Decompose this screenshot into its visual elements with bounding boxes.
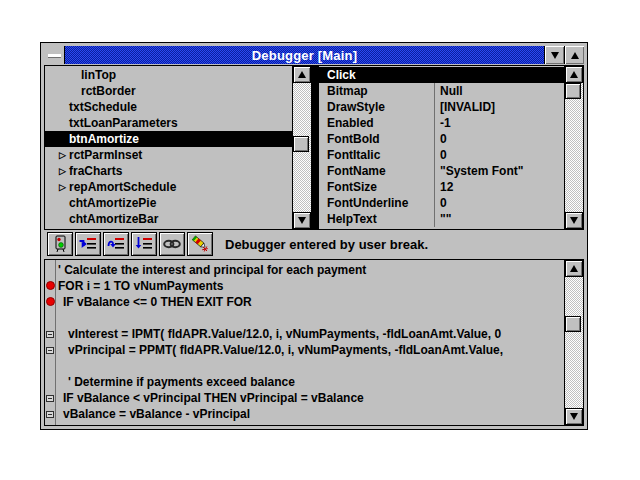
step-over-button[interactable] bbox=[103, 232, 129, 256]
break-pencil-icon bbox=[190, 235, 210, 253]
scroll-track[interactable] bbox=[565, 83, 583, 212]
statement-marker-icon[interactable] bbox=[46, 395, 54, 402]
property-row[interactable]: FontSize12 bbox=[319, 179, 564, 195]
code-line[interactable]: ' Calculate the interest and principal f… bbox=[45, 262, 564, 278]
title-bar: Debugger [Main] bbox=[44, 46, 584, 64]
minimize-button[interactable] bbox=[544, 46, 564, 64]
selected-event-row[interactable]: Click bbox=[319, 67, 564, 83]
down-arrow-icon bbox=[570, 413, 578, 420]
object-list-item[interactable]: txtSchedule bbox=[45, 99, 292, 115]
traffic-light-icon bbox=[50, 235, 70, 253]
object-list-item[interactable]: linTop bbox=[45, 67, 292, 83]
code-line-text: vPrincipal = PPMT( fldAPR.Value/12.0, i,… bbox=[68, 343, 503, 357]
object-list-item[interactable]: ▷fraCharts bbox=[45, 163, 292, 179]
statement-marker-icon[interactable] bbox=[46, 347, 54, 354]
code-line-text: ' Determine if payments exceed balance bbox=[68, 375, 295, 389]
object-list-item[interactable]: ▷repAmortSchedule bbox=[45, 179, 292, 195]
property-value: 12 bbox=[434, 179, 564, 195]
code-line[interactable]: ' Determine if payments exceed balance bbox=[45, 374, 564, 390]
code-line[interactable]: vPrincipal = PPMT( fldAPR.Value/12.0, i,… bbox=[45, 342, 564, 358]
property-row[interactable]: HelpText"" bbox=[319, 211, 564, 227]
up-arrow-icon bbox=[570, 71, 578, 78]
code-line-text: IF vBalance <= 0 THEN EXIT FOR bbox=[63, 295, 252, 309]
code-line[interactable]: IF vBalance <= 0 THEN EXIT FOR bbox=[45, 294, 564, 310]
property-name: FontItalic bbox=[319, 147, 434, 163]
object-list-item-label: fraCharts bbox=[69, 163, 122, 179]
property-value: Null bbox=[434, 83, 564, 99]
object-list-item-label: btnAmortize bbox=[69, 131, 139, 147]
statement-marker-icon[interactable] bbox=[46, 411, 54, 418]
object-list-pane: linToprctBordertxtScheduletxtLoanParamet… bbox=[44, 65, 312, 230]
property-name: FontSize bbox=[319, 179, 434, 195]
statement-marker-icon[interactable] bbox=[46, 331, 54, 338]
property-value: 0 bbox=[434, 147, 564, 163]
code-line[interactable]: vBalance = vBalance - vPrincipal bbox=[45, 406, 564, 422]
property-name: HelpText bbox=[319, 211, 434, 227]
object-list-scrollbar[interactable] bbox=[292, 66, 311, 229]
property-row[interactable]: Enabled-1 bbox=[319, 115, 564, 131]
code-line[interactable]: vInterest = IPMT( fldAPR.Value/12.0, i, … bbox=[45, 326, 564, 342]
code-line[interactable]: FOR i = 1 TO vNumPayments bbox=[45, 278, 564, 294]
title-area: Debugger [Main] bbox=[65, 46, 544, 64]
step-out-button[interactable] bbox=[131, 232, 157, 256]
expander-triangle-icon[interactable]: ▷ bbox=[59, 163, 69, 179]
scroll-track[interactable] bbox=[565, 277, 583, 408]
system-menu-button[interactable] bbox=[44, 46, 65, 64]
object-list-item[interactable]: txtLoanParameters bbox=[45, 115, 292, 131]
scroll-thumb[interactable] bbox=[565, 316, 581, 332]
system-menu-icon bbox=[48, 54, 61, 57]
property-name: Enabled bbox=[319, 115, 434, 131]
property-row[interactable]: FontItalic0 bbox=[319, 147, 564, 163]
top-panes: linToprctBordertxtScheduletxtLoanParamet… bbox=[44, 65, 584, 230]
maximize-button[interactable] bbox=[564, 46, 584, 64]
property-row[interactable]: FontUnderline0 bbox=[319, 195, 564, 211]
expander-triangle-icon[interactable]: ▷ bbox=[59, 179, 69, 195]
step-down-icon bbox=[134, 235, 154, 253]
scroll-down-button[interactable] bbox=[293, 212, 311, 229]
property-name: FontName bbox=[319, 163, 434, 179]
property-row[interactable]: FontBold0 bbox=[319, 131, 564, 147]
object-list-item[interactable]: chtAmortizePie bbox=[45, 195, 292, 211]
object-list-item[interactable]: ▷rctParmInset bbox=[45, 147, 292, 163]
scroll-up-button[interactable] bbox=[565, 260, 583, 277]
code-line-text: FOR i = 1 TO vNumPayments bbox=[58, 279, 224, 293]
chain-links-icon bbox=[162, 235, 182, 253]
step-into-button[interactable] bbox=[75, 232, 101, 256]
code-editor[interactable]: ' Calculate the interest and principal f… bbox=[45, 260, 564, 425]
down-arrow-icon bbox=[298, 217, 306, 224]
code-line-text: vInterest = IPMT( fldAPR.Value/12.0, i, … bbox=[68, 327, 501, 341]
links-button[interactable] bbox=[159, 232, 185, 256]
break-button[interactable] bbox=[187, 232, 213, 256]
property-value: 0 bbox=[434, 131, 564, 147]
scroll-up-button[interactable] bbox=[565, 66, 583, 83]
property-row[interactable]: BitmapNull bbox=[319, 83, 564, 99]
property-value: -1 bbox=[434, 115, 564, 131]
maximize-arrow-icon bbox=[571, 52, 579, 59]
breakpoint-icon[interactable] bbox=[46, 297, 55, 306]
object-list: linToprctBordertxtScheduletxtLoanParamet… bbox=[45, 66, 292, 229]
expander-triangle-icon[interactable]: ▷ bbox=[59, 147, 69, 163]
object-list-item[interactable]: btnAmortize bbox=[45, 131, 292, 147]
breakpoint-icon[interactable] bbox=[46, 281, 55, 290]
code-line[interactable] bbox=[45, 310, 564, 326]
scroll-track[interactable] bbox=[293, 83, 311, 212]
property-row[interactable]: DrawStyle[INVALID] bbox=[319, 99, 564, 115]
object-list-item[interactable]: rctBorder bbox=[45, 83, 292, 99]
up-arrow-icon bbox=[298, 71, 306, 78]
property-row[interactable]: FontName"System Font" bbox=[319, 163, 564, 179]
scroll-thumb[interactable] bbox=[293, 136, 309, 152]
code-line[interactable]: IF vBalance < vPrincipal THEN vPrincipal… bbox=[45, 390, 564, 406]
property-name: Bitmap bbox=[319, 83, 434, 99]
object-list-item-label: chtAmortizeBar bbox=[69, 211, 158, 227]
scroll-down-button[interactable] bbox=[565, 408, 583, 425]
object-list-item-label: txtSchedule bbox=[69, 99, 137, 115]
property-list-scrollbar[interactable] bbox=[564, 66, 583, 229]
scroll-down-button[interactable] bbox=[565, 212, 583, 229]
code-scrollbar[interactable] bbox=[564, 260, 583, 425]
object-list-item-label: repAmortSchedule bbox=[69, 179, 176, 195]
scroll-thumb[interactable] bbox=[565, 83, 581, 99]
run-button[interactable] bbox=[47, 232, 73, 256]
scroll-up-button[interactable] bbox=[293, 66, 311, 83]
object-list-item[interactable]: chtAmortizeBar bbox=[45, 211, 292, 227]
code-line[interactable] bbox=[45, 358, 564, 374]
